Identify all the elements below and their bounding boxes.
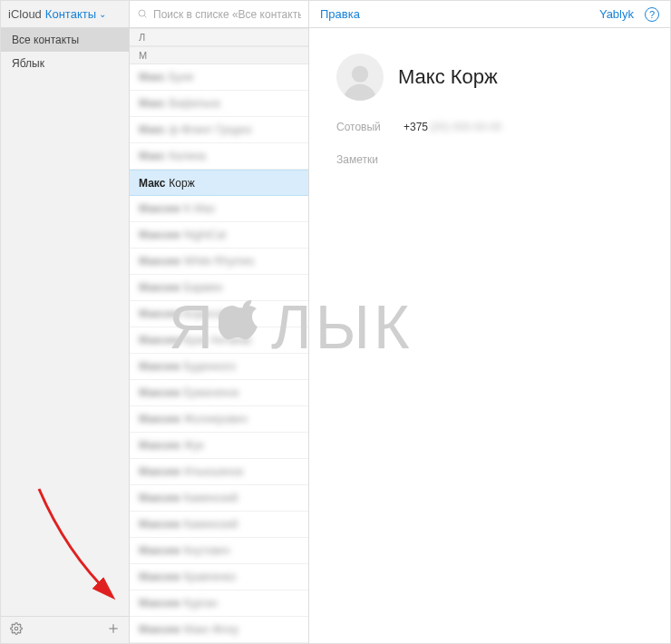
- search-bar: [130, 1, 308, 28]
- svg-line-4: [144, 15, 146, 17]
- contact-row[interactable]: МаксимКнутович: [130, 538, 308, 564]
- contact-list-column: ЛММаксБуняМаксВафелькаМаксф-Флинт Гродно…: [130, 1, 309, 643]
- phone-label: Сотовый: [336, 121, 391, 133]
- contact-row[interactable]: МаксимБрат Антанас: [130, 327, 308, 354]
- gear-icon[interactable]: [10, 622, 23, 639]
- sidebar-item[interactable]: Все контакты: [1, 28, 129, 52]
- contact-row[interactable]: МаксКалина: [130, 143, 308, 170]
- contacts-dropdown[interactable]: Контакты ⌄: [45, 7, 106, 21]
- contact-row[interactable]: МаксимNightCat: [130, 222, 308, 249]
- sidebar: iCloud Контакты ⌄ Все контактыЯблык: [1, 1, 130, 643]
- sidebar-item[interactable]: Яблык: [1, 52, 129, 75]
- svg-point-3: [139, 10, 145, 16]
- svg-point-0: [15, 627, 18, 630]
- contact-row[interactable]: МаксимМакс-Флоу: [130, 617, 308, 643]
- contact-row[interactable]: МаксимКаменский: [130, 485, 308, 512]
- phone-field: Сотовый +375(00) 000-00-00: [336, 117, 643, 137]
- contact-row[interactable]: МаксимЖолнерович: [130, 406, 308, 433]
- contact-row[interactable]: МаксимБуденного: [130, 354, 308, 380]
- contact-row[interactable]: МаксимКравченко: [130, 564, 308, 590]
- group-list: Все контактыЯблык: [1, 28, 129, 616]
- detail-pane: Правка Yablyk ? Макс Корж Сотовый +375(0…: [309, 1, 670, 643]
- contact-row[interactable]: МаксимБорисов: [130, 301, 308, 327]
- contact-row[interactable]: МаксимЖук: [130, 433, 308, 459]
- svg-point-5: [352, 66, 368, 83]
- contact-row[interactable]: МаксимКурган: [130, 590, 308, 617]
- contact-row[interactable]: МаксимКаминский: [130, 512, 308, 538]
- contact-row[interactable]: МаксимБармен: [130, 275, 308, 301]
- search-icon: [137, 6, 148, 23]
- help-icon[interactable]: ?: [645, 7, 659, 22]
- sidebar-header: iCloud Контакты ⌄: [1, 1, 129, 28]
- contact-row[interactable]: МаксКорж: [130, 170, 308, 196]
- detail-header: Правка Yablyk ?: [309, 1, 670, 28]
- sidebar-footer: [1, 616, 129, 643]
- section-header: М: [130, 46, 308, 64]
- notes-label: Заметки: [336, 153, 643, 166]
- section-header: Л: [130, 28, 308, 46]
- contact-row[interactable]: МаксимK-Max: [130, 196, 308, 222]
- contact-card-header: Макс Корж: [309, 28, 670, 117]
- contact-list[interactable]: ЛММаксБуняМаксВафелькаМаксф-Флинт Гродно…: [130, 28, 308, 643]
- contact-fields: Сотовый +375(00) 000-00-00 Заметки: [309, 117, 670, 166]
- brand-label: iCloud: [8, 7, 42, 21]
- contact-name: Макс Корж: [398, 65, 498, 89]
- avatar: [336, 54, 384, 101]
- contact-row[interactable]: Максф-Флинт Гродно: [130, 117, 308, 143]
- phone-value: +375(00) 000-00-00: [404, 121, 501, 133]
- site-link[interactable]: Yablyk: [599, 7, 634, 21]
- contact-row[interactable]: МаксимИльюшенок: [130, 459, 308, 485]
- contact-row[interactable]: МаксБуня: [130, 64, 308, 91]
- contact-row[interactable]: МаксимЕрмаченок: [130, 380, 308, 406]
- contacts-dropdown-label: Контакты: [45, 7, 96, 21]
- search-input[interactable]: [153, 8, 301, 21]
- contact-row[interactable]: МаксВафелька: [130, 91, 308, 117]
- plus-icon[interactable]: [107, 622, 120, 639]
- contact-row[interactable]: МаксимWhite Rhymes: [130, 249, 308, 275]
- chevron-down-icon: ⌄: [99, 9, 106, 19]
- app-root: iCloud Контакты ⌄ Все контактыЯблык ЛММа…: [0, 0, 671, 644]
- edit-button[interactable]: Правка: [320, 7, 360, 21]
